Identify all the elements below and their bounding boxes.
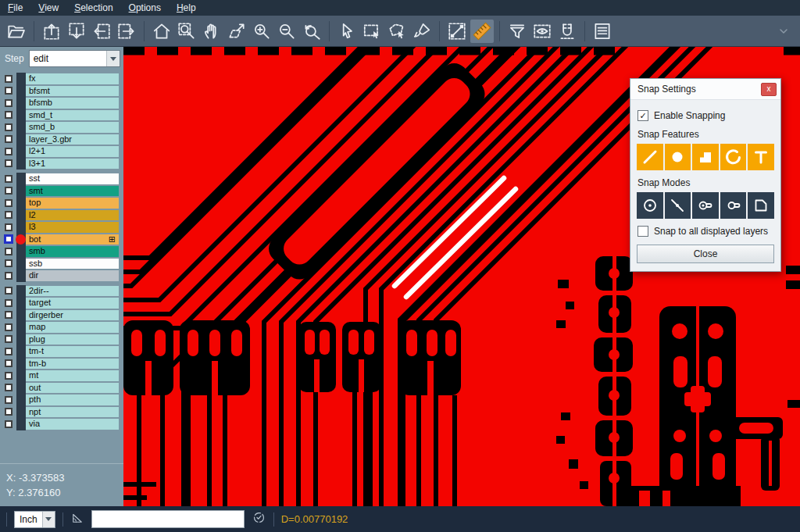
- layer-label[interactable]: fx: [26, 73, 119, 84]
- layer-label[interactable]: smt: [26, 186, 119, 197]
- snap-midpoint-icon[interactable]: [665, 192, 691, 219]
- layer-row[interactable]: plug: [0, 334, 123, 346]
- measure-points-icon[interactable]: [445, 20, 469, 43]
- toolbar-overflow-chevron-icon[interactable]: [772, 20, 795, 43]
- snap-pad-outline-icon[interactable]: [720, 192, 747, 219]
- angle-measure-icon[interactable]: [70, 511, 84, 528]
- layer-row[interactable]: map: [0, 321, 123, 334]
- step-select[interactable]: edit: [29, 50, 120, 67]
- layer-row[interactable]: smd_b: [0, 121, 123, 134]
- layer-visibility-checkbox[interactable]: [5, 99, 12, 107]
- layer-visibility-checkbox[interactable]: [5, 335, 12, 343]
- layer-row[interactable]: 2dir--: [0, 285, 123, 298]
- open-folder-icon[interactable]: [5, 20, 28, 43]
- layer-visibility-checkbox[interactable]: [5, 111, 12, 119]
- layer-row[interactable]: out: [0, 382, 123, 395]
- layer-label[interactable]: l3+1: [26, 159, 119, 170]
- layer-label[interactable]: smd_b: [26, 122, 119, 133]
- layer-row[interactable]: l2+1: [0, 145, 123, 158]
- filter-funnel-icon[interactable]: [505, 20, 529, 43]
- layer-row[interactable]: bfsmb: [0, 97, 123, 109]
- chevron-down-icon[interactable]: [42, 512, 55, 527]
- layer-row[interactable]: tm-b: [0, 358, 123, 370]
- layer-label[interactable]: sst: [26, 173, 119, 184]
- select-polygon-icon[interactable]: [385, 20, 409, 43]
- layer-row[interactable]: sst: [0, 173, 123, 185]
- menu-file[interactable]: File: [0, 2, 30, 13]
- snap-pad-icon[interactable]: [665, 144, 691, 170]
- layer-visibility-checkbox[interactable]: [5, 135, 12, 143]
- zoom-window-icon[interactable]: [175, 20, 198, 43]
- select-arrow-icon[interactable]: [335, 20, 359, 43]
- layer-visibility-checkbox[interactable]: [5, 87, 12, 95]
- layer-label[interactable]: ssb: [26, 259, 119, 270]
- report-form-icon[interactable]: [591, 20, 614, 43]
- layer-visibility-checkbox[interactable]: [5, 223, 12, 231]
- dialog-close-icon[interactable]: x: [761, 83, 777, 96]
- layer-label[interactable]: smb: [26, 246, 119, 257]
- layer-visibility-checkbox[interactable]: [5, 372, 12, 380]
- layer-row[interactable]: npt: [0, 406, 123, 419]
- layer-label[interactable]: mt: [26, 370, 119, 381]
- layer-row[interactable]: smt: [0, 185, 123, 198]
- layer-row[interactable]: smb: [0, 245, 123, 258]
- layer-label[interactable]: plug: [26, 334, 119, 345]
- layer-label[interactable]: l2: [26, 210, 119, 221]
- layer-visibility-checkbox[interactable]: [5, 323, 12, 331]
- pan-right-icon[interactable]: [115, 20, 138, 43]
- snap-surface-icon[interactable]: [692, 144, 719, 170]
- layer-row[interactable]: fx: [0, 73, 123, 85]
- layer-label[interactable]: bfsmb: [26, 98, 119, 109]
- pan-left-icon[interactable]: [90, 20, 113, 43]
- sync-check-icon[interactable]: [252, 510, 266, 528]
- layer-label[interactable]: tm-b: [26, 359, 119, 370]
- layer-row-active[interactable]: bot⊞: [0, 234, 123, 246]
- close-button[interactable]: Close: [637, 245, 774, 263]
- layer-label[interactable]: l3: [26, 222, 119, 233]
- zoom-home-icon[interactable]: [150, 20, 173, 43]
- layer-label[interactable]: 2dir--: [26, 286, 119, 297]
- menu-view[interactable]: View: [30, 2, 66, 13]
- layer-visibility-checkbox[interactable]: [5, 359, 12, 367]
- layer-visibility-checkbox[interactable]: [5, 348, 12, 355]
- measure-ruler-icon[interactable]: [470, 20, 494, 43]
- layer-visibility-checkbox[interactable]: [5, 396, 12, 404]
- layer-row[interactable]: via: [0, 418, 123, 430]
- layer-label[interactable]: layer_3.gbr: [26, 134, 119, 145]
- pan-hand-icon[interactable]: [200, 20, 223, 43]
- layer-visibility-checkbox[interactable]: [5, 408, 12, 416]
- layer-visibility-checkbox[interactable]: [5, 384, 12, 391]
- layer-visibility-checkbox[interactable]: [5, 420, 12, 428]
- layer-row[interactable]: l3: [0, 221, 123, 234]
- view-eye-icon[interactable]: [530, 20, 554, 43]
- layer-row[interactable]: top: [0, 197, 123, 209]
- layer-visibility-checkbox[interactable]: [5, 272, 12, 280]
- menu-help[interactable]: Help: [169, 2, 204, 13]
- layer-label[interactable]: smd_t: [26, 110, 119, 121]
- layer-label[interactable]: map: [26, 322, 119, 333]
- menu-selection[interactable]: Selection: [66, 2, 120, 13]
- layer-label[interactable]: pth: [26, 395, 119, 405]
- snap-line-icon[interactable]: [637, 144, 663, 170]
- layer-label[interactable]: dir: [26, 270, 119, 281]
- zoom-out-icon[interactable]: [275, 20, 298, 43]
- layer-row[interactable]: dir: [0, 270, 123, 282]
- layer-row[interactable]: target: [0, 297, 123, 309]
- layer-row[interactable]: l3+1: [0, 158, 123, 170]
- layer-label[interactable]: target: [26, 298, 119, 309]
- layer-row[interactable]: l2: [0, 209, 123, 222]
- layer-label[interactable]: bfsmt: [26, 86, 119, 97]
- snap-magnet-icon[interactable]: [555, 20, 579, 43]
- menu-options[interactable]: Options: [121, 2, 169, 13]
- layer-visibility-checkbox[interactable]: [5, 248, 12, 255]
- layer-visibility-checkbox[interactable]: [5, 211, 12, 219]
- layer-label[interactable]: tm-t: [26, 346, 119, 357]
- layer-label[interactable]: bot⊞: [26, 234, 119, 245]
- enable-snapping-option[interactable]: ✓ Enable Snapping: [638, 110, 773, 121]
- unit-select[interactable]: Inch: [14, 511, 55, 528]
- snap-corner-icon[interactable]: [748, 192, 774, 219]
- layer-visibility-checkbox[interactable]: [5, 287, 12, 295]
- zoom-previous-icon[interactable]: [300, 20, 323, 43]
- snap-arc-icon[interactable]: [720, 144, 747, 170]
- snap-pad-end-icon[interactable]: [692, 192, 719, 219]
